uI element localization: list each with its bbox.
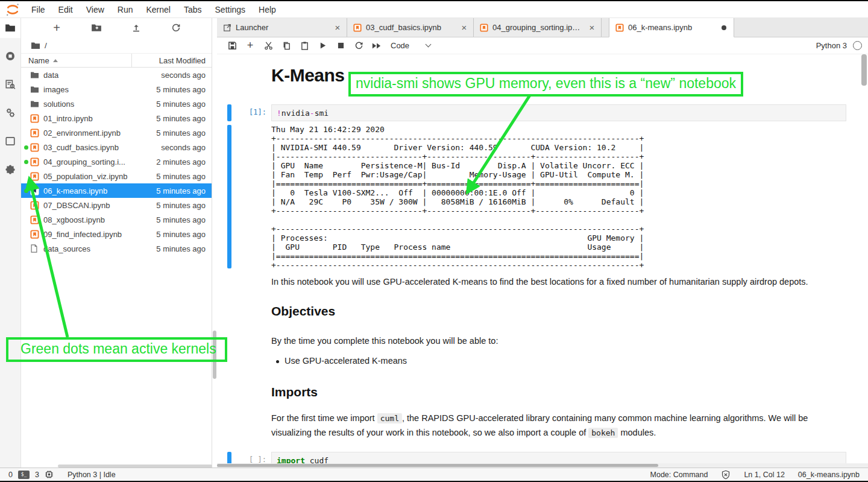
window-top-edge xyxy=(0,0,868,1)
inline-code-cuml: cuml xyxy=(377,413,402,423)
horizontal-scrollbar-thumb[interactable] xyxy=(217,464,658,467)
file-row[interactable]: images 5 minutes ago xyxy=(21,82,212,97)
terminal-count[interactable]: 0 xyxy=(8,471,13,479)
notebook-icon xyxy=(30,143,39,152)
menu-file[interactable]: File xyxy=(25,5,52,14)
inline-code-bokeh: bokeh xyxy=(588,428,618,438)
objectives-bullet: Use GPU-accelerated K-means xyxy=(285,356,407,366)
file-browser-icon[interactable] xyxy=(4,22,16,34)
refresh-button[interactable] xyxy=(168,21,184,35)
paste-cells-button[interactable] xyxy=(295,39,313,53)
sort-ascending-icon xyxy=(53,59,58,62)
cell-output-collapser[interactable] xyxy=(227,125,231,268)
close-icon[interactable]: × xyxy=(333,22,342,33)
notebook-icon xyxy=(30,201,39,210)
menu-settings[interactable]: Settings xyxy=(209,5,253,14)
file-row[interactable]: solutions 5 minutes ago xyxy=(21,97,212,111)
objectives-heading: Objectives xyxy=(271,304,335,319)
chevron-down-icon xyxy=(426,42,432,48)
upload-button[interactable] xyxy=(128,21,144,35)
notebook-mode[interactable]: Mode: Command xyxy=(650,471,708,479)
file-row[interactable]: 07_DBSCAN.ipynb 5 minutes ago xyxy=(21,198,212,212)
kernel-status-text[interactable]: Python 3 | Idle xyxy=(68,471,116,479)
kernel-status-icon[interactable] xyxy=(853,41,862,50)
file-row[interactable]: 03_cudf_basics.ipynb seconds ago xyxy=(21,140,212,154)
open-tabs-icon[interactable] xyxy=(4,135,16,147)
new-folder-button[interactable] xyxy=(89,21,104,35)
objectives-intro: By the time you complete this notebook y… xyxy=(271,334,849,348)
running-kernels-icon[interactable] xyxy=(4,50,16,62)
file-browser-panel: + / Name Last Modified xyxy=(21,18,212,468)
terminal-icon[interactable]: $_ xyxy=(18,471,30,479)
cell-execution-prompt: [ ]: xyxy=(217,455,266,464)
breadcrumb-root[interactable]: / xyxy=(45,41,47,50)
imports-heading: Imports xyxy=(271,385,318,399)
horizontal-scrollbar[interactable] xyxy=(217,463,868,468)
plus-icon: + xyxy=(247,39,254,52)
file-row[interactable]: 02_environment.ipynb 5 minutes ago xyxy=(21,125,212,140)
notebook-icon xyxy=(30,215,39,224)
breadcrumb: / xyxy=(21,37,212,53)
file-row[interactable]: 05_population_viz.ipynb 5 minutes ago xyxy=(21,169,212,183)
command-palette-icon[interactable] xyxy=(4,78,16,90)
notebook-icon xyxy=(30,114,39,123)
property-inspector-icon[interactable] xyxy=(4,107,16,119)
cell-type-dropdown[interactable]: Code xyxy=(391,41,430,50)
tab-04-grouping-sorting[interactable]: 04_grouping_sorting.ipynb × xyxy=(474,18,602,37)
notebook-icon xyxy=(480,24,488,32)
restart-run-all-button[interactable] xyxy=(368,39,386,53)
menu-edit[interactable]: Edit xyxy=(52,5,80,14)
notebook-content: K-Means [1]: !nvidia-smi Thu May 21 16:4… xyxy=(217,54,868,468)
notebook-toolbar: + Code xyxy=(217,37,868,54)
file-browser-toolbar: + xyxy=(21,18,212,37)
column-header-name[interactable]: Name xyxy=(21,54,132,67)
interrupt-kernel-button[interactable] xyxy=(332,39,350,53)
kernel-name[interactable]: Python 3 xyxy=(816,41,847,50)
vertical-scrollbar-thumb[interactable] xyxy=(861,54,867,86)
close-icon[interactable]: × xyxy=(588,22,596,33)
tab-launcher[interactable]: Launcher × xyxy=(217,18,347,37)
file-row[interactable]: data_sources 5 minutes ago xyxy=(21,241,212,256)
code-cell-input[interactable]: !nvidia-smi xyxy=(271,104,846,121)
tab-06-k-means[interactable]: 06_k-means.ipynb xyxy=(609,18,734,37)
save-icon xyxy=(228,41,237,50)
menu-help[interactable]: Help xyxy=(252,5,283,14)
folder-icon xyxy=(30,86,39,94)
notebook-icon xyxy=(30,186,39,195)
new-folder-icon xyxy=(91,23,102,33)
home-folder-icon[interactable] xyxy=(31,42,40,49)
cut-cells-button[interactable] xyxy=(259,39,277,53)
kernel-count[interactable]: 3 xyxy=(35,471,39,479)
kernel-chip-icon[interactable] xyxy=(45,470,54,479)
column-header-modified[interactable]: Last Modified xyxy=(132,56,212,65)
file-row[interactable]: 08_xgboost.ipynb 5 minutes ago xyxy=(21,212,212,227)
run-cell-button[interactable] xyxy=(313,39,332,53)
new-launcher-button[interactable]: + xyxy=(49,21,64,35)
add-cell-button[interactable]: + xyxy=(241,39,259,53)
save-button[interactable] xyxy=(223,39,241,53)
cursor-position[interactable]: Ln 1, Col 12 xyxy=(744,471,784,479)
trust-shield-icon[interactable] xyxy=(721,470,731,480)
restart-kernel-button[interactable] xyxy=(350,39,368,53)
annotation-gpu-note: nvidia-smi shows GPU memory, even this i… xyxy=(348,72,743,97)
file-row[interactable]: data seconds ago xyxy=(21,68,212,82)
tab-03-cudf-basics[interactable]: 03_cudf_basics.ipynb × xyxy=(347,18,474,37)
menu-view[interactable]: View xyxy=(80,5,111,14)
extension-manager-icon[interactable] xyxy=(4,163,16,176)
menu-tabs[interactable]: Tabs xyxy=(177,5,209,14)
close-icon[interactable]: × xyxy=(460,22,468,33)
refresh-icon xyxy=(171,23,181,33)
copy-cells-button[interactable] xyxy=(277,39,295,53)
file-row[interactable]: 09_find_infected.ipynb 5 minutes ago xyxy=(21,227,212,241)
file-row-selected[interactable]: 06_k-means.ipynb 5 minutes ago xyxy=(21,183,212,198)
stop-icon xyxy=(338,42,344,49)
file-row[interactable]: 04_grouping_sorting.i... 2 minutes ago xyxy=(21,154,212,169)
menu-run[interactable]: Run xyxy=(111,5,140,14)
notebook-title-heading: K-Means xyxy=(271,65,345,86)
menu-kernel[interactable]: Kernel xyxy=(139,5,177,14)
file-row[interactable]: 01_intro.ipynb 5 minutes ago xyxy=(21,111,212,125)
status-filename: 06_k-means.ipynb xyxy=(798,471,860,479)
plus-icon: + xyxy=(53,22,60,34)
folder-icon xyxy=(30,100,39,108)
status-bar: 0 $_ 3 Python 3 | Idle Mode: Command Ln … xyxy=(0,468,868,481)
